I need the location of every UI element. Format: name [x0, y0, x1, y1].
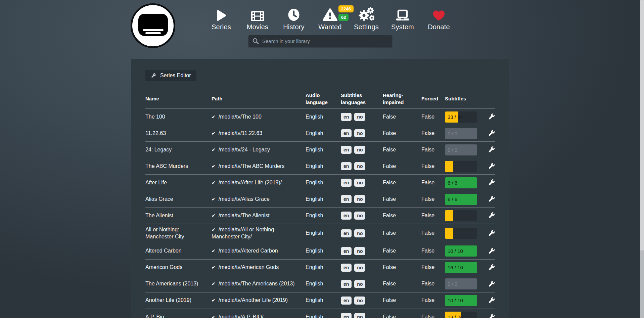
subtitles-progress-bar: [445, 210, 477, 221]
clock-icon: [277, 5, 310, 21]
table-row: A.P. Bio ✔/media/tv/A.P. BIO/ English en…: [145, 309, 495, 318]
wanted-badge-stack: 2246 62: [338, 5, 354, 21]
nav-item-wanted[interactable]: 2246 62 Wanted: [314, 5, 347, 31]
wrench-icon: [488, 280, 495, 288]
subtitle-language-badge: no: [354, 280, 365, 288]
row-wrench-button[interactable]: [488, 280, 495, 288]
series-path: ✔/media/tv/11.22.63: [212, 128, 306, 139]
subtitles-progress-bar: 13 / 26: [445, 312, 477, 318]
subtitle-language-badge: no: [354, 195, 365, 203]
progress-fill: [445, 210, 453, 221]
nav-label: Wanted: [314, 23, 347, 31]
wrench-icon: [488, 113, 495, 121]
progress-label: 33 / 84: [448, 111, 477, 123]
subtitle-language-badge: no: [354, 229, 365, 237]
row-wrench-button[interactable]: [488, 313, 495, 318]
series-name[interactable]: American Gods: [145, 262, 212, 273]
series-name[interactable]: 24: Legacy: [145, 144, 212, 156]
table-row: American Gods ✔/media/tv/American Gods E…: [145, 260, 495, 276]
search-input[interactable]: [262, 38, 388, 44]
subtitle-language-badge: en: [341, 297, 352, 305]
subtitles-progress-bar: 0 / 0: [445, 144, 477, 155]
nav-item-history[interactable]: History: [277, 5, 310, 31]
series-path: ✔/media/tv/Altered Carbon: [212, 245, 306, 257]
row-wrench-button[interactable]: [488, 130, 495, 137]
column-header-audio-language: Audio language: [306, 92, 341, 106]
nav-item-system[interactable]: System: [386, 5, 419, 31]
series-name[interactable]: Altered Carbon: [145, 245, 212, 257]
subtitles-progress-bar: 10 / 10: [445, 295, 477, 306]
subtitle-language-badge: en: [341, 146, 352, 154]
check-icon: ✔: [212, 131, 216, 136]
row-wrench-button[interactable]: [488, 163, 495, 170]
row-wrench-button[interactable]: [488, 212, 495, 219]
series-panel: Series Editor Name Path Audio language S…: [131, 59, 509, 318]
subtitle-languages: enno: [341, 193, 383, 206]
column-header-subtitles-languages: Subtitles languages: [341, 92, 383, 106]
series-name[interactable]: Alias Grace: [145, 193, 212, 205]
check-icon: ✔: [212, 196, 216, 202]
row-wrench-button[interactable]: [488, 113, 495, 121]
row-wrench-button[interactable]: [488, 230, 495, 237]
audio-language: English: [306, 210, 341, 222]
row-wrench-button[interactable]: [488, 195, 495, 203]
progress-label: 0 / 0: [448, 278, 477, 289]
series-path: ✔/media/tv/American Gods: [212, 262, 306, 273]
heart-icon: [422, 5, 455, 21]
check-icon: ✔: [212, 265, 216, 270]
check-icon: ✔: [212, 281, 216, 286]
series-editor-label: Series Editor: [160, 73, 191, 79]
series-path: ✔/media/tv/Another Life (2019): [212, 294, 306, 306]
check-icon: ✔: [212, 164, 216, 169]
search-icon: [252, 38, 259, 44]
row-wrench-button[interactable]: [488, 179, 495, 186]
hearing-impaired-value: False: [383, 210, 421, 222]
series-name[interactable]: 11.22.63: [145, 128, 212, 139]
series-name[interactable]: The 100: [145, 111, 212, 123]
series-editor-button[interactable]: Series Editor: [145, 70, 196, 81]
gears-icon: [350, 5, 383, 21]
row-wrench-button[interactable]: [488, 146, 495, 153]
audio-language: English: [306, 278, 341, 290]
series-name[interactable]: Another Life (2019): [145, 294, 212, 306]
subtitle-languages: enno: [341, 176, 383, 189]
series-name[interactable]: A.P. Bio: [145, 311, 212, 318]
audio-language: English: [306, 311, 341, 318]
scrollbar-thumb[interactable]: [640, 0, 644, 251]
forced-value: False: [421, 294, 445, 306]
subtitle-languages: enno: [341, 294, 383, 307]
hearing-impaired-value: False: [383, 278, 421, 290]
nav-item-series[interactable]: Series: [205, 5, 238, 31]
hearing-impaired-value: False: [383, 311, 421, 318]
wrench-icon: [151, 73, 156, 79]
nav-item-movies[interactable]: Movies: [241, 5, 274, 31]
forced-value: False: [421, 193, 445, 205]
series-name[interactable]: After Life: [145, 177, 212, 189]
table-row: Alias Grace ✔/media/tv/Alias Grace Engli…: [145, 191, 495, 208]
progress-label: 16 / 16: [448, 262, 477, 273]
series-path: ✔/media/tv/All or Nothing- Manchester Ci…: [212, 224, 306, 243]
row-wrench-button[interactable]: [488, 247, 495, 255]
progress-label: 6 / 6: [448, 177, 477, 188]
subtitle-languages: enno: [341, 160, 383, 173]
series-name[interactable]: All or Nothing: Manchester City: [145, 224, 212, 243]
progress-fill: [445, 161, 453, 172]
series-name[interactable]: The Alienist: [145, 210, 212, 222]
series-name[interactable]: The ABC Murders: [145, 161, 212, 172]
nav-label: Series: [205, 23, 238, 31]
nav-item-donate[interactable]: Donate: [422, 5, 455, 31]
series-table: Name Path Audio language Subtitles langu…: [145, 89, 495, 318]
series-path: ✔/media/tv/The 100: [212, 111, 306, 123]
series-path: ✔/media/tv/A.P. BIO/: [212, 311, 306, 318]
row-wrench-button[interactable]: [488, 264, 495, 271]
series-name[interactable]: The Americans (2013): [145, 278, 212, 290]
logo-tv-shape: [138, 14, 168, 36]
bazarr-logo[interactable]: [131, 3, 175, 48]
series-path: ✔/media/tv/After Life (2019)/: [212, 177, 306, 189]
row-wrench-button[interactable]: [488, 297, 495, 304]
forced-value: False: [421, 111, 445, 123]
table-row: The Alienist ✔/media/tv/The Alienist Eng…: [145, 208, 495, 224]
subtitle-language-badge: en: [341, 313, 352, 318]
subtitle-language-badge: en: [341, 264, 352, 272]
nav-item-settings[interactable]: Settings: [350, 5, 383, 31]
